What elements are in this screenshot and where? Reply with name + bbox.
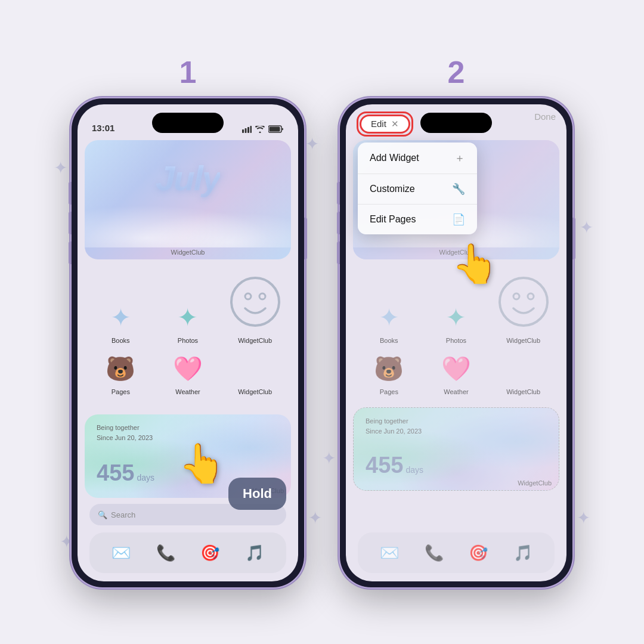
deco-star-2: ✦ bbox=[308, 508, 322, 528]
edit-x-icon: ✕ bbox=[391, 119, 399, 129]
dock-app3-1[interactable]: 🎯 bbox=[196, 538, 224, 567]
app-pages-icon-2: 🐻 bbox=[371, 351, 406, 386]
app-books-2[interactable]: ✦ Books bbox=[365, 300, 413, 344]
love-days-2: 455 days bbox=[366, 453, 423, 478]
menu-add-widget-icon: ＋ bbox=[454, 151, 465, 165]
dock-mail-1[interactable]: ✉️ bbox=[107, 538, 135, 567]
step-1-number: 1 bbox=[179, 57, 197, 88]
spacer-2 bbox=[346, 493, 566, 532]
menu-customize[interactable]: Customize 🔧 bbox=[358, 174, 477, 205]
hand-cursor-1: 👆 bbox=[178, 441, 226, 486]
app-widgetclub-icon-2 bbox=[506, 351, 541, 386]
edit-btn-2[interactable]: Edit ✕ bbox=[360, 114, 410, 134]
deco-star-4: ✦ bbox=[54, 158, 67, 178]
app-books-icon-1: ✦ bbox=[103, 300, 138, 335]
deco-star-5: ✦ bbox=[577, 508, 590, 528]
dock-phone-2[interactable]: 📞 bbox=[420, 538, 448, 567]
phone-1: 13:01 July WidgetClub bbox=[72, 98, 304, 587]
step-2: 2 ✦ ✦ ✦ Edit ✕ bbox=[340, 57, 572, 587]
dock-music-2[interactable]: 🎵 bbox=[509, 538, 537, 567]
app-grid-1: ✦ Books ✦ Photos bbox=[78, 259, 298, 412]
app-widgetclub-icon-1 bbox=[238, 351, 273, 386]
app-widgetclub-2[interactable]: WidgetClub bbox=[500, 351, 547, 395]
app-weather-label-1: Weather bbox=[175, 388, 200, 395]
svg-rect-1 bbox=[245, 128, 247, 133]
svg-point-9 bbox=[500, 278, 547, 326]
menu-edit-pages-label: Edit Pages bbox=[370, 214, 416, 225]
phone-1-content: July WidgetClub ✦ bbox=[78, 137, 298, 581]
dock-1: ✉️ 📞 🎯 🎵 bbox=[89, 532, 286, 573]
search-text-1: Search bbox=[111, 510, 135, 519]
dock-2: ✉️ 📞 🎯 🎵 bbox=[358, 532, 555, 573]
done-btn-2[interactable]: Done bbox=[534, 112, 556, 122]
svg-rect-5 bbox=[270, 127, 280, 132]
app-pages-label-1: Pages bbox=[112, 388, 130, 395]
deco-star-7: ✦ bbox=[322, 448, 336, 468]
app-pages-1[interactable]: 🐻 Pages bbox=[97, 351, 144, 395]
dynamic-island-2 bbox=[420, 113, 492, 133]
july-text-1: July bbox=[156, 158, 220, 198]
app-pages-icon-1: 🐻 bbox=[103, 351, 138, 386]
menu-add-widget-label: Add Widget bbox=[370, 153, 419, 163]
love-days-num-2: 455 bbox=[366, 453, 403, 478]
svg-point-7 bbox=[245, 293, 251, 299]
love-line2-1: Since Jun 20, 2023 bbox=[97, 433, 153, 443]
deco-star-1: ✦ bbox=[305, 134, 319, 154]
app-photos-label-1: Photos bbox=[178, 337, 198, 344]
app-weather-1[interactable]: 🩷 Weather bbox=[164, 351, 212, 395]
svg-point-11 bbox=[528, 293, 534, 299]
phone-2-wrapper: ✦ ✦ ✦ Edit ✕ bbox=[340, 98, 572, 587]
app-smiley-widget-1[interactable]: WidgetClub bbox=[231, 269, 279, 344]
svg-point-8 bbox=[259, 293, 265, 299]
step-1: 1 ✦ ✦ ✦ ✦ 13:01 bbox=[72, 57, 304, 587]
done-label-2: Done bbox=[534, 112, 556, 122]
dock-music-1[interactable]: 🎵 bbox=[240, 538, 269, 567]
love-line1-1: Being together bbox=[97, 423, 153, 433]
app-row-1-1: ✦ Books ✦ Photos bbox=[87, 265, 289, 348]
svg-point-10 bbox=[513, 293, 519, 299]
app-books-1[interactable]: ✦ Books bbox=[97, 300, 144, 344]
app-weather-2[interactable]: 🩷 Weather bbox=[432, 351, 480, 395]
menu-add-widget[interactable]: Add Widget ＋ bbox=[358, 143, 477, 174]
dock-app3-2[interactable]: 🎯 bbox=[464, 538, 493, 567]
svg-rect-2 bbox=[247, 127, 249, 133]
app-row-1-2: 🐻 Pages 🩷 Weather bbox=[87, 348, 289, 399]
love-days-num-1: 455 bbox=[97, 460, 134, 486]
app-photos-1[interactable]: ✦ Photos bbox=[164, 300, 212, 344]
love-widget-label-2: WidgetClub bbox=[518, 479, 552, 487]
main-container: 1 ✦ ✦ ✦ ✦ 13:01 bbox=[48, 33, 596, 611]
svg-rect-0 bbox=[242, 129, 244, 133]
phone-1-inner: 13:01 July WidgetClub bbox=[78, 104, 298, 581]
app-weather-label-2: Weather bbox=[444, 388, 468, 395]
phone-1-wrapper: ✦ ✦ ✦ ✦ 13:01 bbox=[72, 98, 304, 587]
app-widgetclub-1[interactable]: WidgetClub bbox=[231, 351, 279, 395]
love-days-word-2: days bbox=[405, 465, 423, 475]
app-photos-label-2: Photos bbox=[446, 337, 466, 344]
dynamic-island-1 bbox=[152, 113, 224, 133]
app-widgetclub-label-2: WidgetClub bbox=[506, 388, 540, 395]
menu-customize-label: Customize bbox=[370, 184, 415, 194]
app-pages-2[interactable]: 🐻 Pages bbox=[365, 351, 413, 395]
dock-phone-1[interactable]: 📞 bbox=[151, 538, 180, 567]
search-icon-1: 🔍 bbox=[98, 510, 107, 519]
step-2-number: 2 bbox=[448, 57, 465, 88]
battery-icon-1 bbox=[268, 125, 284, 133]
app-photos-icon-1: ✦ bbox=[171, 300, 205, 335]
phone-2: Edit ✕ Done Add Widget ＋ bbox=[340, 98, 572, 587]
signal-icon-1 bbox=[242, 126, 252, 133]
love-days-word-1: days bbox=[137, 473, 154, 482]
edit-btn-wrap: Edit ✕ bbox=[357, 112, 413, 137]
widget-banner-1: July WidgetClub bbox=[85, 140, 291, 259]
app-smiley-label-1: WidgetClub bbox=[238, 337, 272, 344]
app-weather-icon-2: 🩷 bbox=[439, 351, 473, 386]
hand-cursor-2: 👆 bbox=[451, 242, 499, 286]
hold-label-1: Hold bbox=[243, 486, 272, 501]
love-text-1: Being together Since Jun 20, 2023 bbox=[97, 423, 153, 442]
app-photos-2[interactable]: ✦ Photos bbox=[432, 300, 480, 344]
menu-edit-pages[interactable]: Edit Pages 📄 bbox=[358, 205, 477, 234]
dock-mail-2[interactable]: ✉️ bbox=[375, 538, 404, 567]
love-line2-2: Since Jun 20, 2023 bbox=[366, 426, 422, 436]
love-days-1: 455 days bbox=[97, 460, 154, 486]
app-row-2-2: 🐻 Pages 🩷 Weather bbox=[355, 348, 557, 399]
app-smiley-2[interactable]: WidgetClub bbox=[500, 269, 547, 344]
